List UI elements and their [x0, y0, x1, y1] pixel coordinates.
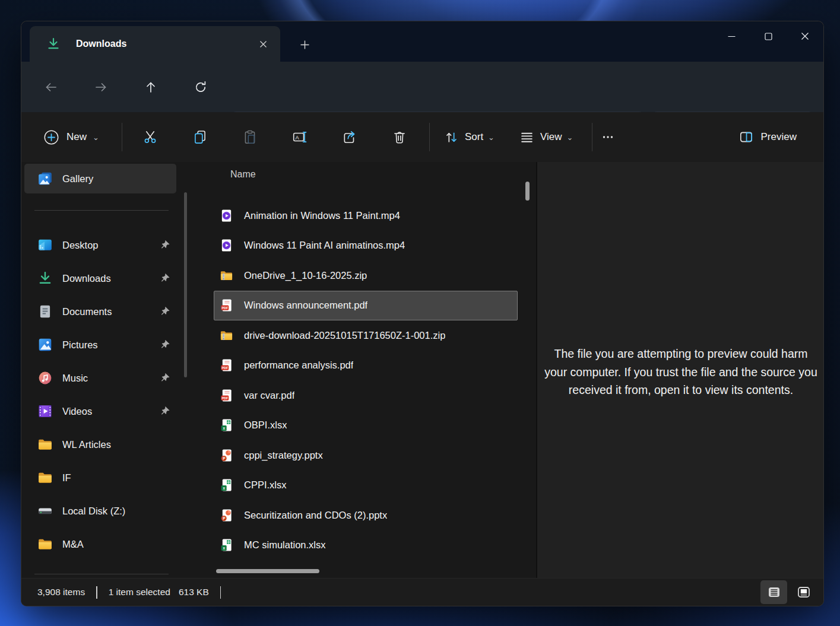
tab-close-icon[interactable] — [254, 35, 272, 53]
pin-icon — [160, 274, 170, 284]
paste-button[interactable] — [230, 122, 270, 152]
pictures-icon — [37, 337, 53, 352]
view-toggles — [760, 580, 817, 604]
desktop-icon — [37, 237, 53, 253]
drive-icon — [37, 503, 53, 519]
cut-button[interactable] — [131, 122, 170, 152]
file-row[interactable]: cppi_strategy.pptx — [214, 440, 518, 471]
maximize-icon[interactable] — [750, 21, 787, 51]
close-icon[interactable] — [787, 21, 823, 51]
folder-icon — [37, 437, 53, 452]
sidebar-scrollbar[interactable] — [184, 192, 187, 377]
share-icon — [342, 129, 357, 145]
forward-icon[interactable] — [88, 75, 113, 100]
file-row[interactable]: Animation in Windows 11 Paint.mp4 — [214, 201, 518, 231]
new-button[interactable]: New ⌄ — [36, 122, 106, 152]
excel-file-icon — [220, 538, 233, 552]
downloads-icon — [37, 271, 53, 286]
explorer-tab-downloads[interactable]: Downloads — [30, 26, 280, 62]
pin-icon — [160, 240, 170, 250]
main-area: Gallery Desktop Downloads Documents — [21, 162, 823, 579]
up-icon[interactable] — [138, 75, 163, 100]
file-row[interactable]: MC simulation.xlsx — [214, 530, 518, 561]
file-row[interactable]: var cvar.pdf — [214, 380, 518, 411]
column-header-name[interactable]: Name — [230, 169, 256, 180]
sidebar-item-wl-articles[interactable]: WL Articles — [24, 430, 176, 459]
file-list-vertical-scrollbar[interactable] — [525, 182, 530, 201]
items-count: 3,908 items — [37, 587, 85, 598]
large-icons-view-icon[interactable] — [790, 580, 817, 604]
preview-pane: The file you are attempting to preview c… — [537, 162, 824, 579]
sidebar-divider — [34, 210, 169, 211]
new-plus-circle-icon — [43, 129, 59, 145]
excel-file-icon — [220, 478, 233, 492]
more-options-button[interactable] — [596, 122, 620, 152]
video-file-icon — [220, 209, 233, 223]
file-list: Name Animation in Windows 11 Paint.mp4 W… — [191, 162, 536, 579]
file-row[interactable]: OBPI.xlsx — [214, 411, 518, 441]
view-icon — [519, 130, 534, 145]
sidebar-item-if[interactable]: IF — [24, 463, 176, 492]
command-bar: New ⌄ A Sort ⌄ View ⌄ — [21, 112, 823, 162]
preview-toggle-button[interactable]: Preview — [735, 122, 800, 152]
share-button[interactable] — [330, 122, 369, 152]
preview-label: Preview — [761, 131, 797, 143]
preview-pane-icon — [738, 129, 754, 145]
copy-icon — [192, 129, 208, 145]
rename-button[interactable]: A — [280, 122, 319, 152]
selection-count: 1 item selected — [109, 587, 170, 598]
powerpoint-file-icon — [220, 509, 233, 522]
file-row-selected[interactable]: Windows announcement.pdf — [214, 291, 518, 321]
sidebar-item-local-disk-z[interactable]: Local Disk (Z:) — [24, 496, 176, 526]
details-view-icon[interactable] — [760, 580, 787, 604]
documents-icon — [37, 304, 53, 319]
sidebar-divider — [34, 574, 169, 574]
zip-file-icon — [220, 269, 233, 282]
minimize-icon[interactable] — [713, 21, 750, 51]
toolbar-divider — [429, 123, 430, 151]
sidebar-item-desktop[interactable]: Desktop — [24, 230, 176, 260]
file-explorer-window: Downloads — [21, 21, 824, 606]
music-icon — [37, 370, 53, 386]
new-button-label: New — [66, 131, 87, 143]
chevron-down-icon: ⌄ — [93, 133, 99, 142]
paste-icon — [242, 129, 258, 145]
refresh-icon[interactable] — [188, 75, 213, 100]
window-controls — [713, 21, 823, 51]
status-divider — [220, 586, 221, 599]
view-button[interactable]: View ⌄ — [511, 122, 581, 152]
file-row[interactable]: drive-download-20251015T171650Z-1-001.zi… — [214, 320, 518, 351]
file-row[interactable]: OneDrive_1_10-16-2025.zip — [214, 260, 518, 291]
sidebar-item-documents[interactable]: Documents — [24, 297, 176, 326]
copy-button[interactable] — [180, 122, 220, 152]
file-row[interactable]: Windows 11 Paint AI animatinos.mp4 — [214, 231, 518, 261]
svg-text:A: A — [296, 135, 300, 141]
tab-title: Downloads — [76, 39, 254, 49]
folder-icon — [37, 536, 53, 552]
status-bar: 3,908 items 1 item selected 613 KB — [21, 578, 823, 606]
sidebar-item-videos[interactable]: Videos — [24, 396, 176, 426]
excel-file-icon — [220, 418, 233, 432]
pin-icon — [160, 373, 170, 383]
sidebar-item-gallery[interactable]: Gallery — [24, 164, 176, 193]
file-row[interactable]: Securitization and CDOs (2).pptx — [214, 500, 518, 530]
rename-icon: A — [292, 129, 308, 145]
file-list-horizontal-scrollbar[interactable] — [216, 569, 319, 573]
delete-button[interactable] — [380, 122, 419, 152]
sidebar-item-downloads[interactable]: Downloads — [24, 263, 176, 293]
delete-icon — [392, 129, 407, 145]
folder-icon — [37, 470, 53, 485]
sidebar-item-pictures[interactable]: Pictures — [24, 330, 176, 360]
title-bar: Downloads — [21, 21, 823, 62]
sort-button[interactable]: Sort ⌄ — [436, 122, 503, 152]
powerpoint-file-icon — [220, 449, 233, 462]
sidebar-item-music[interactable]: Music — [24, 363, 176, 393]
new-tab-button[interactable] — [294, 35, 315, 54]
file-row[interactable]: CPPI.xlsx — [214, 471, 518, 501]
pdf-file-icon — [220, 358, 233, 372]
sort-label: Sort — [465, 131, 483, 143]
back-icon[interactable] — [39, 75, 64, 100]
navigation-bar: › Downloads › — [21, 62, 823, 112]
file-row[interactable]: performance analysis.pdf — [214, 351, 518, 381]
sidebar-item-m-and-a[interactable]: M&A — [24, 529, 176, 559]
